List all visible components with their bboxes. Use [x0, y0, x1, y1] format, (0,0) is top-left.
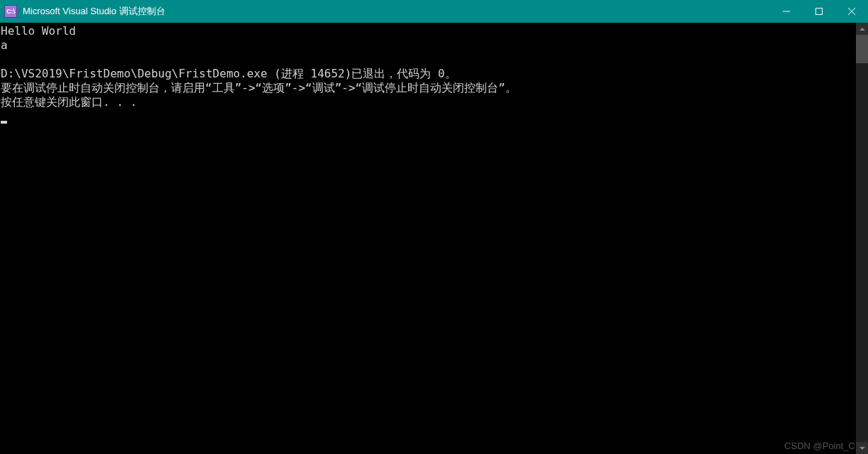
console-line: Hello World — [1, 24, 76, 38]
content-area: Hello World a D:\VS2019\FristDemo\Debug\… — [0, 23, 868, 454]
minimize-button[interactable] — [770, 0, 803, 23]
maximize-icon — [815, 8, 823, 15]
console-line: 按任意键关闭此窗口. . . — [1, 95, 137, 109]
minimize-icon — [783, 8, 790, 15]
console-line: D:\VS2019\FristDemo\Debug\FristDemo.exe … — [1, 67, 456, 80]
console-output: Hello World a D:\VS2019\FristDemo\Debug\… — [0, 23, 856, 454]
chevron-down-icon — [859, 447, 865, 450]
chevron-up-icon — [859, 28, 865, 31]
app-icon: C:\ — [4, 5, 17, 18]
titlebar: C:\ Microsoft Visual Studio 调试控制台 — [0, 0, 868, 23]
console-line: a — [1, 38, 8, 52]
maximize-button[interactable] — [803, 0, 835, 23]
cursor — [1, 121, 7, 124]
svg-rect-0 — [816, 9, 823, 15]
scroll-thumb[interactable] — [856, 35, 868, 63]
console-line: 要在调试停止时自动关闭控制台，请启用“工具”->“选项”->“调试”->“调试停… — [1, 81, 517, 94]
titlebar-left: C:\ Microsoft Visual Studio 调试控制台 — [0, 0, 165, 23]
scroll-up-button[interactable] — [856, 23, 868, 35]
window-title: Microsoft Visual Studio 调试控制台 — [23, 0, 165, 23]
scroll-down-button[interactable] — [856, 442, 868, 454]
close-button[interactable] — [835, 0, 868, 23]
vertical-scrollbar[interactable] — [856, 23, 868, 454]
window-controls — [770, 0, 868, 23]
watermark: CSDN @Point_C — [784, 441, 855, 451]
close-icon — [848, 8, 855, 15]
